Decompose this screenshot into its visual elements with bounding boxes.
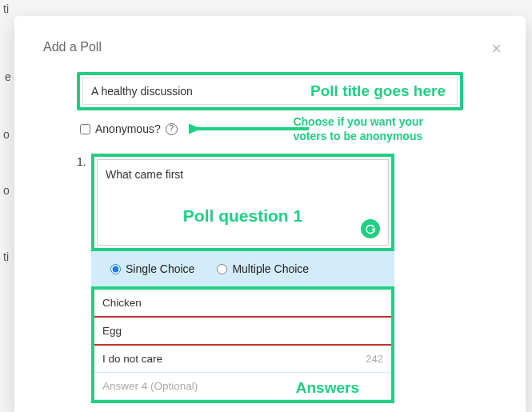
answer-row [94, 290, 391, 318]
help-icon[interactable]: ? [166, 123, 178, 135]
annotation-question: Poll question 1 [98, 206, 388, 226]
answer-input-2[interactable] [94, 318, 391, 344]
background-text: o [3, 128, 10, 141]
multiple-choice-option[interactable]: Multiple Choice [217, 262, 309, 275]
background-text: e [5, 70, 11, 83]
modal-title: Add a Poll [43, 40, 497, 54]
multiple-choice-radio[interactable] [217, 264, 227, 274]
answer-input-1[interactable] [94, 290, 391, 316]
answer-row [94, 318, 391, 346]
question-number: 1. [77, 154, 91, 403]
question-text-wrap: What came first Poll question 1 [91, 154, 394, 251]
single-choice-label: Single Choice [126, 262, 194, 275]
question-list: 1. What came first Poll question 1 [77, 154, 497, 403]
answer-row [94, 373, 391, 400]
question-card: What came first Poll question 1 [91, 154, 394, 403]
question-text-value: What came first [106, 168, 183, 181]
single-choice-option[interactable]: Single Choice [110, 262, 194, 275]
choice-type-row: Single Choice Multiple Choice [91, 251, 394, 286]
answer-input-3[interactable] [94, 346, 366, 372]
close-button[interactable]: × [491, 40, 502, 58]
answers-container: 242 Answers [91, 286, 394, 403]
question-text-input[interactable]: What came first Poll question 1 [97, 159, 389, 246]
multiple-choice-label: Multiple Choice [232, 262, 309, 275]
anonymous-row: Anonymous? ? Choose if you want your vot… [80, 117, 463, 141]
annotation-arrow-icon [189, 121, 309, 137]
grammarly-icon[interactable] [361, 219, 380, 238]
anonymous-checkbox[interactable] [80, 124, 90, 134]
poll-title-input[interactable] [82, 78, 458, 105]
annotation-anonymous: Choose if you want your voters to be ano… [293, 115, 423, 143]
background-text: ti [3, 2, 9, 15]
answer-row: 242 [94, 346, 391, 373]
answer-input-4[interactable] [94, 373, 391, 399]
background-text: o [3, 184, 10, 197]
char-count: 242 [366, 353, 391, 365]
single-choice-radio[interactable] [110, 264, 121, 274]
anonymous-label: Anonymous? [95, 122, 161, 135]
question-row: 1. What came first Poll question 1 [77, 154, 497, 403]
add-poll-modal: × Add a Poll Poll title goes here Anonym… [14, 16, 526, 412]
background-text: ti [3, 250, 9, 263]
poll-title-container: Poll title goes here [77, 72, 463, 110]
